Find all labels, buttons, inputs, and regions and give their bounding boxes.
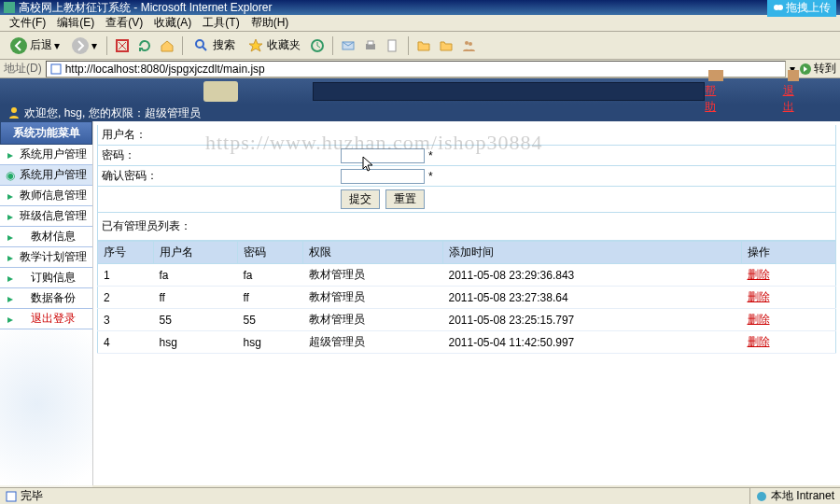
svg-point-5 xyxy=(196,40,203,48)
status-text: 完毕 xyxy=(21,488,43,504)
page-icon xyxy=(50,63,62,75)
edit-icon[interactable] xyxy=(384,36,402,55)
reset-button[interactable]: 重置 xyxy=(385,189,425,209)
delete-link[interactable]: 删除 xyxy=(748,313,770,326)
menu-edit[interactable]: 编辑(E) xyxy=(51,15,100,31)
back-button[interactable]: 后退 ▾ xyxy=(6,35,63,57)
zone-label: 本地 Intranet xyxy=(771,488,834,504)
print-icon[interactable] xyxy=(361,36,380,55)
sidebar-item-label: 数据备份 xyxy=(17,290,89,306)
search-icon xyxy=(192,36,211,55)
sidebar-item-1[interactable]: ◉系统用户管理 xyxy=(0,165,92,186)
table-header: 权限 xyxy=(303,242,443,264)
svg-rect-9 xyxy=(368,41,373,45)
table-cell: fa xyxy=(154,264,238,287)
delete-link[interactable]: 删除 xyxy=(748,290,770,303)
address-label: 地址(D) xyxy=(4,61,42,77)
table-cell: fa xyxy=(238,264,303,287)
forward-button[interactable]: ▾ xyxy=(67,35,101,57)
submit-button[interactable]: 提交 xyxy=(341,189,380,209)
app-logo xyxy=(203,81,238,102)
address-input[interactable]: http://localhost:8080/jspgxjczdlt/main.j… xyxy=(46,61,786,77)
menu-help[interactable]: 帮助(H) xyxy=(245,15,295,31)
zone-icon xyxy=(756,491,767,502)
menu-favorites[interactable]: 收藏(A) xyxy=(148,15,197,31)
star-icon xyxy=(246,36,265,55)
favorites-label: 收藏夹 xyxy=(267,37,301,53)
exit-link[interactable]: 退 出 xyxy=(783,68,805,115)
svg-rect-16 xyxy=(788,70,799,81)
menu-file[interactable]: 文件(F) xyxy=(4,15,51,31)
bullet-icon: ◉ xyxy=(4,169,17,182)
app-icon xyxy=(4,2,15,13)
app-header: 帮 助 退 出 xyxy=(0,78,840,105)
form-buttons: 提交 重置 xyxy=(97,187,836,213)
help-link[interactable]: 帮 助 xyxy=(705,68,726,115)
table-row: 2ffff教材管理员2011-05-08 23:27:38.64删除 xyxy=(98,287,836,309)
welcome-text: 欢迎您, hsg, 您的权限：超级管理员 xyxy=(24,105,201,121)
history-icon[interactable] xyxy=(308,36,327,55)
sidebar-item-0[interactable]: ▸系统用户管理 xyxy=(0,145,92,165)
done-icon xyxy=(6,491,17,502)
table-cell: 2011-05-08 23:27:38.64 xyxy=(443,287,742,309)
svg-rect-15 xyxy=(708,70,723,81)
password-input[interactable] xyxy=(341,148,425,163)
header-search[interactable] xyxy=(313,82,705,101)
sidebar-item-7[interactable]: ▸数据备份 xyxy=(0,288,92,309)
menubar: 文件(F) 编辑(E) 查看(V) 收藏(A) 工具(T) 帮助(H) xyxy=(0,15,840,32)
search-button[interactable]: 搜索 xyxy=(189,35,239,57)
home-icon[interactable] xyxy=(158,36,176,55)
bullet-icon: ▸ xyxy=(4,272,17,285)
form-row-confirm: 确认密码： * xyxy=(97,166,836,187)
table-row: 4hsghsg超级管理员2011-05-04 11:42:50.997删除 xyxy=(98,331,836,354)
table-header: 密码 xyxy=(238,242,303,264)
svg-point-2 xyxy=(10,37,27,54)
window-titlebar: 高校网上教材征订系统 - Microsoft Internet Explorer… xyxy=(0,0,840,15)
table-cell: 2011-05-08 23:25:15.797 xyxy=(443,309,742,331)
menu-tools[interactable]: 工具(T) xyxy=(197,15,245,31)
favorites-button[interactable]: 收藏夹 xyxy=(243,35,304,57)
sidebar-logout[interactable]: ▸退出登录 xyxy=(0,309,92,329)
table-cell-op: 删除 xyxy=(742,264,836,287)
stop-icon[interactable] xyxy=(113,36,132,55)
bullet-icon: ▸ xyxy=(4,251,17,264)
table-cell: ff xyxy=(238,287,303,309)
sidebar-item-2[interactable]: ▸教师信息管理 xyxy=(0,186,92,206)
search-label: 搜索 xyxy=(213,37,235,53)
bullet-icon: ▸ xyxy=(4,231,17,244)
svg-rect-18 xyxy=(7,492,16,501)
confirm-label: 确认密码： xyxy=(98,168,341,184)
table-cell-op: 删除 xyxy=(742,309,836,331)
sidebar-item-6[interactable]: ▸订购信息 xyxy=(0,268,92,288)
delete-link[interactable]: 删除 xyxy=(748,268,770,281)
sidebar-item-3[interactable]: ▸班级信息管理 xyxy=(0,206,92,227)
sidebar-item-4[interactable]: ▸教材信息 xyxy=(0,227,92,247)
refresh-icon[interactable] xyxy=(135,36,154,55)
address-url: http://localhost:8080/jspgxjczdlt/main.j… xyxy=(65,63,265,76)
form-row-password: 密码： * xyxy=(97,146,836,166)
upload-badge[interactable]: 拖拽上传 xyxy=(767,0,836,17)
bullet-icon: ▸ xyxy=(4,189,17,203)
mail-icon[interactable] xyxy=(339,36,357,55)
table-cell: 教材管理员 xyxy=(303,264,443,287)
confirm-input[interactable] xyxy=(341,169,425,184)
menu-view[interactable]: 查看(V) xyxy=(100,15,148,31)
table-header: 添加时间 xyxy=(443,242,742,264)
sidebar-item-label: 班级信息管理 xyxy=(17,208,89,224)
upload-label: 拖拽上传 xyxy=(786,0,831,16)
folder2-icon[interactable] xyxy=(437,36,455,55)
svg-point-11 xyxy=(465,41,469,45)
people-icon[interactable] xyxy=(459,36,478,55)
svg-point-19 xyxy=(757,492,766,501)
sidebar-item-5[interactable]: ▸教学计划管理 xyxy=(0,247,92,268)
table-cell: 3 xyxy=(98,309,154,331)
sidebar-decoration xyxy=(0,329,92,504)
password-label: 密码： xyxy=(98,147,341,163)
sidebar-item-label: 教学计划管理 xyxy=(17,249,89,265)
forward-icon xyxy=(71,36,90,55)
folder-icon[interactable] xyxy=(414,36,433,55)
list-label: 已有管理员列表： xyxy=(97,213,836,241)
table-cell: 2011-05-04 11:42:50.997 xyxy=(443,331,742,354)
back-label: 后退 xyxy=(30,37,52,53)
delete-link[interactable]: 删除 xyxy=(748,335,770,348)
